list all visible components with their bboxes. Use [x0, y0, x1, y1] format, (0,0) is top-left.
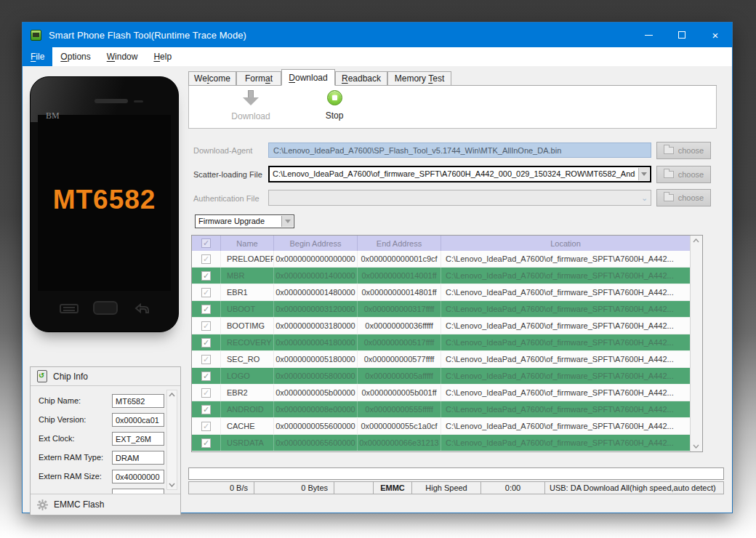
row-checkbox[interactable]: ✓ [201, 305, 211, 314]
auth-file-choose-button[interactable]: choose [656, 189, 711, 206]
cell-name: RECOVERY [221, 334, 274, 350]
back-softkey-icon [132, 302, 150, 315]
row-checkbox[interactable]: ✓ [201, 355, 211, 364]
cell-name: MBR [221, 268, 274, 284]
scatter-file-combo[interactable]: C:\Lenovo_IdeaPad_A7600\of_firmware_SPFT… [268, 166, 651, 182]
ram-type-field[interactable]: DRAM [112, 451, 164, 465]
download-button[interactable]: Download [218, 89, 284, 125]
chip-version-field[interactable]: 0x0000ca01 [112, 413, 164, 427]
status-storage: EMMC [374, 482, 412, 494]
cell-end-address: 0x000000000317ffff [358, 301, 441, 317]
tab-welcome[interactable]: Welcome [188, 71, 236, 86]
close-button[interactable]: × [699, 23, 732, 47]
row-checkbox[interactable]: ✓ [201, 254, 211, 264]
scroll-up-icon[interactable] [693, 238, 699, 243]
menu-options[interactable]: Options [52, 47, 98, 66]
mode-dropdown-icon[interactable] [281, 216, 293, 227]
auth-dropdown-icon[interactable]: ⌄ [639, 191, 650, 204]
menu-file[interactable]: File [23, 47, 52, 66]
cell-location: C:\Lenovo_IdeaPad_A7600\of_firmware_SPFT… [441, 418, 690, 434]
row-checkbox[interactable]: ✓ [201, 372, 211, 381]
select-all-checkbox[interactable]: ✓ [201, 238, 211, 248]
status-time: 0:00 [481, 482, 545, 494]
tab-download[interactable]: Download [281, 69, 335, 86]
cell-name: EBR1 [221, 284, 274, 300]
cell-begin-address: 0x0000000005180000 [274, 351, 358, 367]
stop-button[interactable]: Stop [302, 89, 367, 125]
row-checkbox[interactable]: ✓ [201, 288, 211, 297]
table-row[interactable]: ✓ RECOVERY 0x0000000004180000 0x00000000… [192, 334, 690, 351]
tab-format[interactable]: Format [236, 71, 281, 86]
row-checkbox[interactable]: ✓ [201, 321, 211, 331]
cell-begin-address: 0x0000000005b00000 [274, 385, 358, 401]
emmc-flash-label: EMMC Flash [54, 499, 104, 510]
cell-begin-address: 0x0000000065600000 [274, 435, 358, 451]
table-row[interactable]: ✓ ANDROID 0x0000000008e00000 0x000000005… [192, 401, 690, 418]
table-row[interactable]: ✓ BOOTIMG 0x0000000003180000 0x000000000… [192, 318, 690, 334]
cell-begin-address: 0x0000000005800000 [274, 368, 358, 384]
row-checkbox[interactable]: ✓ [201, 338, 211, 348]
scroll-down-icon[interactable] [169, 483, 175, 487]
cell-location: C:\Lenovo_IdeaPad_A7600\of_firmware_SPFT… [441, 284, 690, 300]
chip-name-field[interactable]: MT6582 [112, 394, 164, 408]
cell-end-address: 0x00000000036fffff [358, 318, 441, 334]
download-agent-choose-button[interactable]: choose [656, 142, 711, 159]
auth-file-combo[interactable]: ⌄ [268, 190, 651, 206]
cell-end-address: 0x000000000001c9cf [358, 251, 441, 267]
minimize-button[interactable] [632, 23, 665, 47]
cell-end-address: 0x0000000066e31213 [358, 435, 441, 451]
row-checkbox[interactable]: ✓ [201, 271, 211, 281]
table-scrollbar[interactable] [690, 236, 702, 451]
phone-image: BM MT6582 [30, 76, 179, 332]
cell-name: CACHE [221, 418, 274, 434]
column-end-address[interactable]: End Address [358, 236, 441, 251]
scatter-file-label: Scatter-loading File [193, 170, 262, 179]
tab-readback[interactable]: Readback [335, 71, 387, 86]
table-row[interactable]: ✓ USRDATA 0x0000000065600000 0x000000006… [192, 435, 690, 451]
cell-end-address: 0x0000000005afffff [358, 368, 441, 384]
table-row[interactable]: ✓ CACHE 0x0000000055600000 0x0000000055c… [192, 418, 690, 435]
folder-icon [664, 194, 674, 201]
table-row[interactable]: ✓ PRELOADER 0x0000000000000000 0x0000000… [192, 251, 690, 268]
table-row[interactable]: ✓ UBOOT 0x0000000003120000 0x00000000031… [192, 301, 690, 318]
ext-clock-field[interactable]: EXT_26M [112, 432, 164, 446]
chip-info-header: Chip Info [31, 367, 180, 386]
maximize-button[interactable] [665, 23, 699, 47]
cell-name: ANDROID [221, 401, 274, 417]
chip-name-label: Chip Name: [39, 396, 81, 405]
ram-size-field[interactable]: 0x40000000 [112, 470, 164, 483]
home-softkey-icon [93, 301, 118, 315]
column-begin-address[interactable]: Begin Address [274, 236, 358, 251]
title-bar[interactable]: Smart Phone Flash Tool(Runtime Trace Mod… [23, 23, 732, 47]
auth-file-label: Authentication File [193, 194, 260, 203]
row-checkbox[interactable]: ✓ [201, 388, 211, 398]
scatter-file-choose-button[interactable]: choose [656, 166, 711, 183]
select-all-cell[interactable]: ✓ [192, 236, 221, 251]
chip-info-scrollbar[interactable] [166, 390, 177, 490]
cell-name: UBOOT [221, 301, 274, 317]
status-empty [334, 482, 374, 494]
download-agent-field[interactable]: C:\Lenovo_IdeaPad_A7600\SP_Flash_Tool_v5… [268, 142, 651, 158]
row-checkbox[interactable]: ✓ [201, 405, 211, 414]
column-location[interactable]: Location [441, 236, 690, 251]
table-row[interactable]: ✓ MBR 0x0000000001400000 0x0000000001400… [192, 268, 690, 284]
table-row[interactable]: ✓ LOGO 0x0000000005800000 0x0000000005af… [192, 368, 690, 385]
stop-icon [327, 90, 342, 105]
menu-window[interactable]: Window [99, 47, 146, 66]
scatter-dropdown-icon[interactable] [638, 168, 649, 180]
download-arrow-icon [243, 90, 259, 106]
table-row[interactable]: ✓ EBR1 0x0000000001480000 0x000000000148… [192, 284, 690, 301]
table-row[interactable]: ✓ EBR2 0x0000000005b00000 0x0000000005b0… [192, 385, 690, 401]
row-checkbox[interactable]: ✓ [201, 422, 211, 431]
tab-memory-test[interactable]: Memory Test [387, 71, 451, 86]
row-checkbox[interactable]: ✓ [201, 438, 211, 448]
flash-mode-select[interactable]: Firmware Upgrade [195, 214, 294, 228]
menu-help[interactable]: Help [145, 47, 180, 66]
column-name[interactable]: Name [221, 236, 274, 251]
scroll-down-icon[interactable] [693, 444, 699, 449]
scroll-up-icon[interactable] [169, 393, 175, 397]
window-title: Smart Phone Flash Tool(Runtime Trace Mod… [49, 30, 246, 41]
cell-name: LOGO [221, 368, 274, 384]
table-row[interactable]: ✓ SEC_RO 0x0000000005180000 0x0000000005… [192, 351, 690, 368]
tab-strip: Welcome Format Download Readback Memory … [188, 70, 717, 86]
